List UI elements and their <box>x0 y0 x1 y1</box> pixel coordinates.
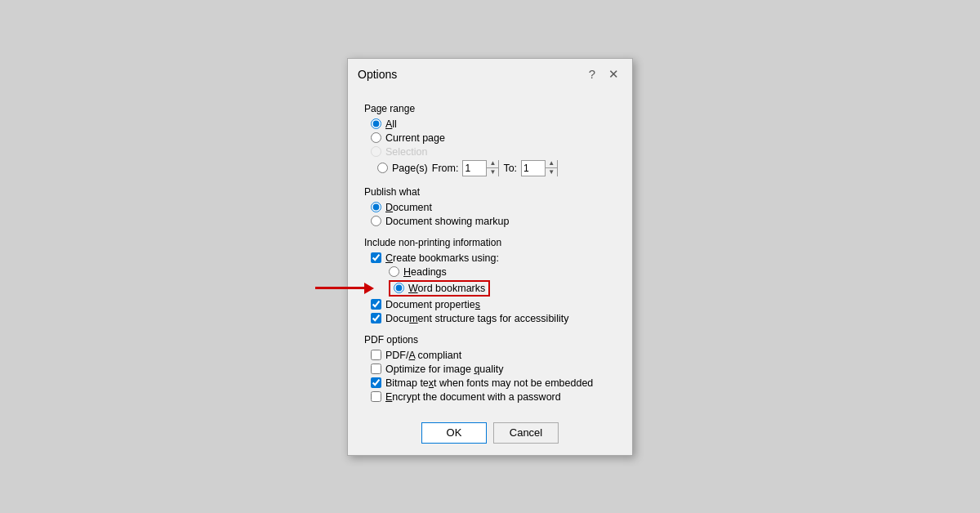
from-spin-arrows: ▲ ▼ <box>486 160 498 176</box>
to-down-arrow[interactable]: ▼ <box>546 168 557 176</box>
radio-all-input[interactable] <box>371 118 381 129</box>
radio-current-label[interactable]: Current page <box>385 132 445 144</box>
radio-word-bookmarks-label[interactable]: Word bookmarks <box>408 283 485 294</box>
radio-all-label[interactable]: All <box>385 118 397 130</box>
title-bar-right: ? ✕ <box>583 65 622 83</box>
from-spinbox[interactable]: ▲ ▼ <box>462 160 499 176</box>
from-label: From: <box>432 163 459 174</box>
pdfa-checkbox[interactable] <box>371 350 381 360</box>
arrow-head <box>364 283 374 294</box>
radio-word-bookmarks-row: Word bookmarks <box>389 280 616 297</box>
pdfa-item: PDF/A compliant <box>371 350 616 361</box>
pages-row: Page(s) From: ▲ ▼ To: ▲ ▼ <box>377 160 616 176</box>
bookmark-options-group: Headings Word bookmarks <box>389 266 616 297</box>
radio-document-markup-label[interactable]: Document showing markup <box>385 216 509 227</box>
close-button[interactable]: ✕ <box>604 65 622 83</box>
options-dialog: Options ? ✕ Page range All Current page … <box>347 58 633 456</box>
optimize-image-label[interactable]: Optimize for image quality <box>385 364 504 375</box>
create-bookmarks-item: Create bookmarks using: <box>371 252 616 264</box>
to-spin-arrows: ▲ ▼ <box>545 160 557 176</box>
bitmap-text-checkbox[interactable] <box>371 377 381 388</box>
document-properties-label[interactable]: Document properties <box>385 299 480 310</box>
bitmap-text-item: Bitmap text when fonts may not be embedd… <box>371 377 616 389</box>
to-up-arrow[interactable]: ▲ <box>546 160 557 168</box>
radio-headings: Headings <box>389 266 616 278</box>
radio-headings-input[interactable] <box>389 266 399 277</box>
dialog-body: Page range All Current page Selection Pa… <box>348 88 632 414</box>
radio-current: Current page <box>371 132 616 144</box>
from-up-arrow[interactable]: ▲ <box>487 160 498 168</box>
radio-pages-label[interactable]: Page(s) <box>392 163 428 174</box>
dialog-footer: OK Cancel <box>348 414 632 455</box>
encrypt-checkbox[interactable] <box>371 391 381 402</box>
create-bookmarks-label[interactable]: Create bookmarks using: <box>385 252 499 264</box>
structure-tags-checkbox[interactable] <box>371 313 381 323</box>
ok-button[interactable]: OK <box>421 422 487 444</box>
non-printing-label: Include non-printing information <box>364 237 616 248</box>
radio-selection: Selection <box>371 146 616 158</box>
structure-tags-label[interactable]: Document structure tags for accessibilit… <box>385 313 568 324</box>
title-bar-left: Options <box>358 68 397 81</box>
to-spinbox[interactable]: ▲ ▼ <box>521 160 558 176</box>
arrow-line <box>315 287 364 289</box>
non-printing-group: Create bookmarks using: Headings Word bo… <box>371 252 616 324</box>
encrypt-label[interactable]: Encrypt the document with a password <box>385 391 561 403</box>
radio-document-markup: Document showing markup <box>371 216 616 227</box>
cancel-button[interactable]: Cancel <box>493 422 559 444</box>
radio-selection-label: Selection <box>385 146 427 158</box>
radio-document: Document <box>371 202 616 213</box>
pdf-options-label: PDF options <box>364 334 616 346</box>
create-bookmarks-checkbox[interactable] <box>371 252 381 263</box>
page-range-label: Page range <box>364 103 616 114</box>
optimize-image-checkbox[interactable] <box>371 364 381 374</box>
radio-headings-label[interactable]: Headings <box>403 266 447 278</box>
publish-what-label: Publish what <box>364 186 616 198</box>
structure-tags-item: Document structure tags for accessibilit… <box>371 313 616 324</box>
radio-document-markup-input[interactable] <box>371 216 381 226</box>
pdf-options-group: PDF/A compliant Optimize for image quali… <box>371 350 616 403</box>
radio-all: All <box>371 118 616 130</box>
radio-word-bookmarks-input[interactable] <box>394 283 404 293</box>
from-down-arrow[interactable]: ▼ <box>487 168 498 176</box>
radio-document-label[interactable]: Document <box>385 202 432 213</box>
arrow-annotation <box>315 283 374 294</box>
publish-what-group: Document Document showing markup <box>371 202 616 227</box>
optimize-image-item: Optimize for image quality <box>371 364 616 375</box>
radio-pages-input[interactable] <box>377 163 388 173</box>
title-bar: Options ? ✕ <box>348 59 632 88</box>
bitmap-text-label[interactable]: Bitmap text when fonts may not be embedd… <box>385 377 593 389</box>
from-input[interactable] <box>463 161 486 176</box>
to-label: To: <box>503 163 517 174</box>
dialog-title: Options <box>358 68 397 81</box>
encrypt-item: Encrypt the document with a password <box>371 391 616 403</box>
radio-current-input[interactable] <box>371 132 381 143</box>
page-range-group: All Current page Selection Page(s) From:… <box>371 118 616 176</box>
to-input[interactable] <box>522 161 545 176</box>
radio-selection-input <box>371 146 381 157</box>
radio-document-input[interactable] <box>371 202 381 212</box>
document-properties-checkbox[interactable] <box>371 299 381 310</box>
help-button[interactable]: ? <box>583 65 601 83</box>
document-properties-item: Document properties <box>371 299 616 310</box>
word-bookmarks-highlight: Word bookmarks <box>389 280 490 297</box>
pdfa-label[interactable]: PDF/A compliant <box>385 350 461 361</box>
